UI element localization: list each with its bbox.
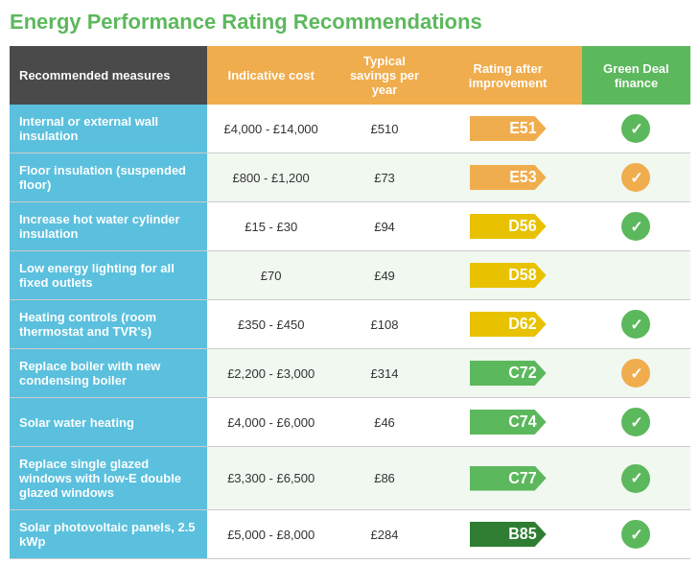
- table-row: Low energy lighting for all fixed outlet…: [10, 251, 690, 300]
- cell-cost: £5,000 - £8,000: [207, 510, 336, 559]
- finance-check-icon: ✓: [621, 408, 650, 436]
- rating-badge: B85: [470, 522, 547, 547]
- table-row: Internal or external wall insulation£4,0…: [10, 105, 690, 153]
- rating-badge: C77: [470, 466, 547, 491]
- rating-badge: C72: [470, 361, 547, 386]
- cell-savings: £510: [336, 105, 434, 153]
- cell-rating: C74: [433, 398, 581, 447]
- rating-badge: D56: [470, 214, 547, 239]
- cell-cost: £4,000 - £6,000: [207, 398, 336, 447]
- finance-check-icon: ✓: [621, 520, 650, 549]
- cell-finance: ✓: [582, 202, 690, 251]
- cell-cost: £3,300 - £6,500: [207, 447, 336, 510]
- cell-cost: £2,200 - £3,000: [207, 349, 336, 398]
- cell-measure: Solar photovoltaic panels, 2.5 kWp: [10, 510, 207, 559]
- cell-finance: ✓: [582, 300, 690, 349]
- rating-badge: E53: [470, 165, 547, 190]
- cell-finance: ✓: [582, 447, 690, 510]
- cell-savings: £46: [336, 398, 434, 447]
- cell-measure: Floor insulation (suspended floor): [10, 153, 207, 202]
- table-row: Solar photovoltaic panels, 2.5 kWp£5,000…: [10, 510, 690, 559]
- finance-check-icon: ✓: [621, 212, 650, 241]
- cell-measure: Internal or external wall insulation: [10, 105, 207, 153]
- cell-finance: [582, 251, 690, 300]
- cell-measure: Heating controls (room thermostat and TV…: [10, 300, 207, 349]
- cell-savings: £86: [336, 447, 434, 510]
- cell-cost: £4,000 - £14,000: [207, 105, 336, 153]
- cell-cost: £15 - £30: [207, 202, 336, 251]
- cell-rating: B85: [433, 510, 581, 559]
- table-row: Heating controls (room thermostat and TV…: [10, 300, 690, 349]
- cell-rating: D62: [433, 300, 581, 349]
- cell-cost: £800 - £1,200: [207, 153, 336, 202]
- cell-savings: £284: [336, 510, 434, 559]
- cell-savings: £49: [336, 251, 434, 300]
- page-title: Energy Performance Rating Recommendation…: [10, 10, 690, 35]
- cell-measure: Replace boiler with new condensing boile…: [10, 349, 207, 398]
- cell-rating: E51: [433, 105, 581, 153]
- cell-rating: D58: [433, 251, 581, 300]
- cell-savings: £314: [336, 349, 434, 398]
- cell-rating: C72: [433, 349, 581, 398]
- table-row: Increase hot water cylinder insulation£1…: [10, 202, 690, 251]
- recommendations-table: Recommended measures Indicative cost Typ…: [10, 46, 690, 559]
- cell-cost: £350 - £450: [207, 300, 336, 349]
- table-row: Solar water heating£4,000 - £6,000£46C74…: [10, 398, 690, 447]
- cell-finance: ✓: [582, 349, 690, 398]
- rating-badge: C74: [470, 410, 547, 435]
- table-row: Floor insulation (suspended floor)£800 -…: [10, 153, 690, 202]
- cell-finance: ✓: [582, 153, 690, 202]
- cell-rating: E53: [433, 153, 581, 202]
- header-finance: Green Deal finance: [582, 46, 690, 105]
- cell-measure: Increase hot water cylinder insulation: [10, 202, 207, 251]
- rating-badge: D58: [470, 263, 547, 288]
- cell-savings: £94: [336, 202, 434, 251]
- header-cost: Indicative cost: [207, 46, 336, 105]
- cell-cost: £70: [207, 251, 336, 300]
- finance-check-icon: ✓: [621, 163, 650, 192]
- rating-badge: D62: [470, 312, 547, 337]
- header-rating: Rating after improvement: [433, 46, 581, 105]
- table-row: Replace boiler with new condensing boile…: [10, 349, 690, 398]
- cell-measure: Solar water heating: [10, 398, 207, 447]
- header-savings: Typical savings per year: [336, 46, 434, 105]
- cell-savings: £73: [336, 153, 434, 202]
- finance-check-icon: ✓: [621, 464, 650, 493]
- cell-finance: ✓: [582, 105, 690, 153]
- cell-rating: C77: [433, 447, 581, 510]
- cell-measure: Replace single glazed windows with low-E…: [10, 447, 207, 510]
- table-row: Replace single glazed windows with low-E…: [10, 447, 690, 510]
- cell-savings: £108: [336, 300, 434, 349]
- cell-rating: D56: [433, 202, 581, 251]
- cell-measure: Low energy lighting for all fixed outlet…: [10, 251, 207, 300]
- finance-check-icon: ✓: [621, 114, 650, 143]
- rating-badge: E51: [470, 116, 547, 141]
- finance-check-icon: ✓: [621, 359, 650, 388]
- header-measure: Recommended measures: [10, 46, 207, 105]
- cell-finance: ✓: [582, 398, 690, 447]
- finance-check-icon: ✓: [621, 310, 650, 339]
- cell-finance: ✓: [582, 510, 690, 559]
